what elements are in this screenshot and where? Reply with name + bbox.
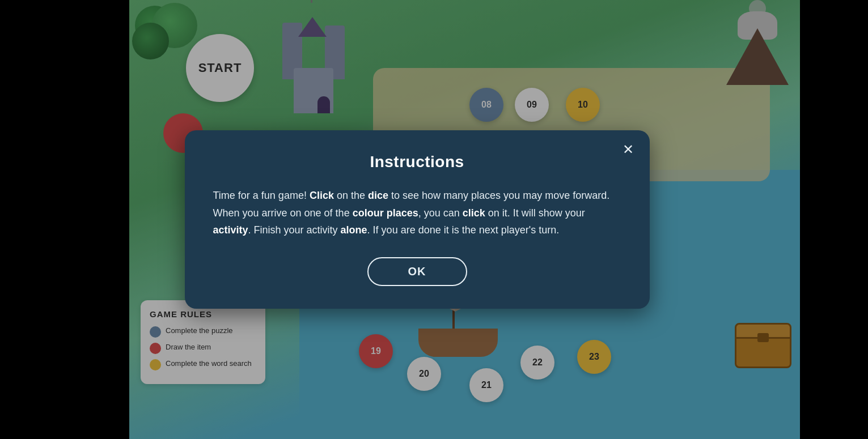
bold-dice: dice (368, 190, 388, 201)
modal-ok-wrap: OK (213, 257, 621, 286)
bold-colour-places: colour places (353, 207, 418, 219)
instructions-modal: ✕ Instructions Time for a fun game! Clic… (185, 130, 650, 309)
bold-click: Click (310, 190, 334, 201)
bold-activity: activity (213, 224, 248, 236)
bold-alone: alone (341, 224, 367, 236)
modal-close-button[interactable]: ✕ (619, 140, 637, 159)
ok-label: OK (408, 265, 426, 278)
bold-click2: click (463, 207, 485, 219)
modal-overlay[interactable]: ✕ Instructions Time for a fun game! Clic… (0, 0, 868, 439)
close-icon: ✕ (623, 142, 634, 157)
modal-body: Time for a fun game! Click on the dice t… (213, 187, 621, 239)
ok-button[interactable]: OK (367, 257, 467, 286)
modal-title: Instructions (213, 153, 621, 171)
